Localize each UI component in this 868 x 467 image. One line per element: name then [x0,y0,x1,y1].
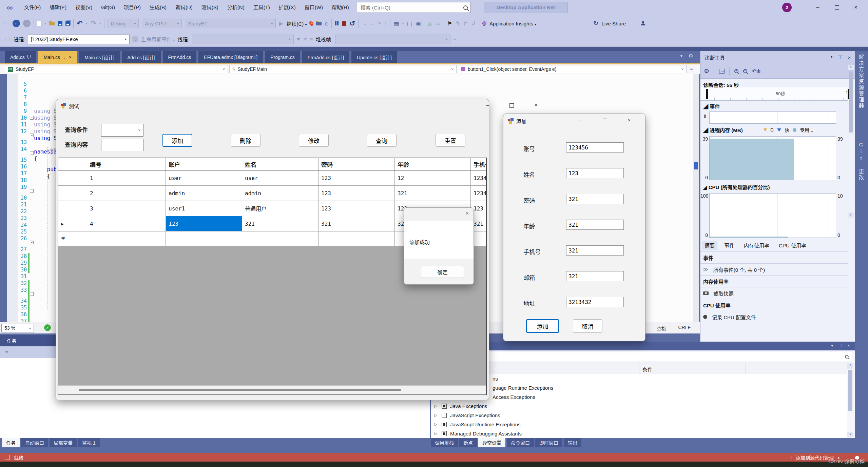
scroll-up-icon[interactable]: ∧ [847,363,853,369]
exception-search-input[interactable] [437,353,842,360]
break-all-icon[interactable] [335,21,339,26]
editor-zoom-select[interactable]: 53 %▾ [1,324,34,332]
menu-item[interactable]: 项目(P) [119,0,145,15]
grid-horizontal-scrollbar[interactable] [58,385,486,394]
grid-cell[interactable]: 12345 [471,170,487,186]
menu-item[interactable]: 生成(B) [145,0,171,15]
filter-icon[interactable] [5,351,9,353]
bottom-tab[interactable]: 任务 [2,438,20,447]
save-icon[interactable] [58,21,62,26]
cpu-section-header[interactable]: ◢ CPU (所有处理器的百分比) [703,183,770,190]
scrollbar-thumb[interactable] [849,72,853,133]
scroll-up-icon[interactable]: ∧ [848,65,854,70]
exception-checkbox[interactable] [442,404,447,409]
search-input[interactable] [360,4,461,11]
tab-frmadd-cs[interactable]: FrmAdd.cs [163,51,197,63]
field-input[interactable] [566,168,624,178]
form-close-button[interactable]: × [531,102,541,108]
pin-icon[interactable] [63,55,66,58]
bottom-tab[interactable]: 监视 1 [78,438,100,447]
editor-scrollbar[interactable] [693,74,699,322]
form-minimize-button[interactable]: – [575,117,585,123]
solution-configuration-select[interactable]: Debug▾ [108,19,139,28]
grid-reset-button[interactable]: 重置 [436,134,465,147]
indent-decrease-icon[interactable]: ≔ [435,20,441,27]
member-dropdown[interactable]: button1_Click(object sender, EventArgs e… [458,65,687,73]
diagnostics-tab[interactable]: 摘要 [702,241,717,250]
grid-cell[interactable]: 321 [242,216,319,231]
tab-main-cs-active[interactable]: Main.cs× [38,51,77,63]
condition-column-header[interactable]: 条件 [642,366,653,373]
tab-add-cs-design[interactable]: Add.cs [设计] [122,51,160,63]
account-avatar[interactable]: 2 [782,3,792,12]
form-maximize-button[interactable] [506,102,517,108]
bottom-tab[interactable]: 局部变量 [50,438,77,447]
column-header[interactable]: 密码 [319,158,395,170]
process-select[interactable]: [12032] StudyEF.exe▾ [28,35,130,44]
query-condition-combobox[interactable]: ˅ [101,124,143,137]
menu-item[interactable]: 窗口(W) [300,0,327,15]
menu-item[interactable]: Git(G) [97,0,119,15]
window-minimize-button[interactable]: – [808,0,827,15]
column-header[interactable]: 姓名 [242,158,319,170]
new-file-icon[interactable] [37,21,41,26]
diagnostics-timeline[interactable]: 50秒 1: [700,87,848,101]
panel-pin-icon[interactable]: ⊤ [839,343,843,348]
exception-row[interactable]: ▷ Java Exceptions [431,402,847,411]
iis-express-home-icon[interactable]: ⌂ [325,20,328,27]
column-header[interactable]: 编号 [87,158,166,170]
navigate-back-icon[interactable]: ← [13,20,20,27]
grid-query-button[interactable]: 查询 [367,134,397,147]
stop-debugging-icon[interactable] [342,21,346,26]
row-selector[interactable] [58,201,87,216]
live-share-button[interactable]: Live Share [601,21,626,26]
solution-platform-select[interactable]: Any CPU▾ [142,19,182,28]
grid-row[interactable]: 2 admin admin 123 321 12343 [58,186,486,201]
panel-pin-icon[interactable]: ⊤ [838,55,842,61]
exception-row[interactable]: ▷ JavaScript Runtime Exceptions [431,420,847,429]
fold-marker-icon[interactable] [30,151,34,155]
filter-threads-icon[interactable] [296,38,301,41]
events-section-header[interactable]: ◢ 事件 [703,103,720,110]
scroll-down-icon[interactable]: ∨ [847,432,853,437]
sidebar-tab-solution-explorer[interactable]: 解决方案资源管理器 [857,54,865,109]
exception-row-partial[interactable]: guage Runtime Exceptions [431,383,847,392]
tab-options-gear-icon[interactable]: ⚙ [689,53,693,59]
message-box-close-button[interactable]: × [466,210,469,217]
column-header[interactable]: 年龄 [395,158,471,170]
diagnostics-tab[interactable]: CPU 使用率 [776,241,809,250]
form-minimize-button[interactable]: – [483,102,493,108]
grid-cell[interactable]: 12343 [471,186,487,201]
tab-add-cs[interactable]: Add.cs [5,51,36,63]
grid-cell[interactable]: user [166,170,242,186]
add-cancel-button[interactable]: 取消 [573,319,602,333]
indent-increase-icon[interactable]: ≣ [427,20,432,27]
field-input[interactable] [566,271,624,281]
fold-marker-icon[interactable] [30,241,34,244]
grid-delete-button[interactable]: 删除 [231,134,261,147]
scrollbar-position-marker[interactable] [694,162,698,169]
events-track[interactable] [709,111,836,124]
bookmark-icon[interactable]: ⚑ [447,20,452,27]
grid-cell[interactable]: 3 [87,201,166,216]
grid-cell[interactable]: 321 [395,186,471,201]
exception-checkbox[interactable] [442,431,447,436]
field-input[interactable] [566,245,624,256]
column-header[interactable]: 手机号 [471,158,487,170]
add-form-window[interactable]: 添加 – × 账号 姓名 密码 年龄 手机号 邮箱 [503,114,645,341]
new-dropdown-icon[interactable]: ▾ [44,22,46,25]
summary-all-events-link[interactable]: ≫所有事件(0 个, 共 0 个) [700,263,848,275]
bottom-tab[interactable]: 自动窗口 [21,438,48,447]
application-insights-dropdown[interactable]: Application Insights ▾ [489,21,536,26]
continue-button[interactable]: 继续(C) ▾ [286,20,307,27]
grid-cell[interactable]: 1 [87,170,166,186]
menu-item[interactable]: 帮助(H) [327,0,353,15]
grid-cell[interactable]: 4 [87,216,166,231]
grid-cell[interactable]: 12 [395,170,471,186]
grid-cell[interactable] [166,231,242,247]
grid-row[interactable]: 1 user user 123 12 12345 [58,170,486,186]
add-confirm-button[interactable]: 添加 [526,319,559,333]
add-user-icon[interactable] [641,21,645,26]
exception-checkbox[interactable] [442,422,447,427]
menu-item[interactable]: 调试(D) [171,0,197,15]
